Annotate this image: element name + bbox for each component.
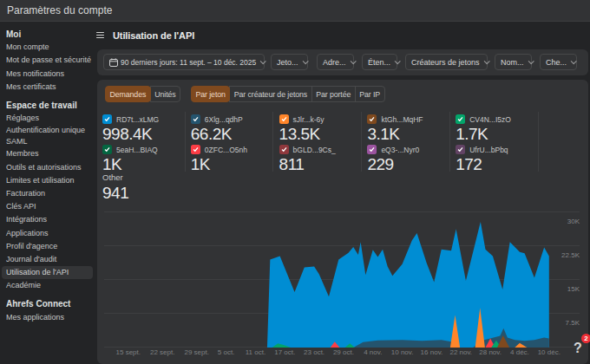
sidebar-item-facturation[interactable]: Facturation: [0, 187, 97, 200]
filter-button-che[interactable]: Che...: [540, 54, 577, 70]
svg-text:15 sept.: 15 sept.: [116, 348, 141, 356]
sidebar-header-espace-de-travail: Espace de travail: [0, 99, 97, 112]
token-checkbox[interactable]: [456, 114, 465, 124]
token-card: eQ3-...Nyr0229: [367, 142, 449, 172]
token-id: 5eaH...BIAQ: [116, 146, 158, 154]
other-card: Other 941: [102, 172, 128, 201]
sidebar-item-mon-compte[interactable]: Mon compte: [0, 41, 97, 54]
token-checkbox[interactable]: [191, 145, 200, 154]
token-value: 172: [456, 156, 538, 172]
token-value: 998.4K: [102, 126, 185, 142]
token-card-column: CV4N...I5zO1.7KUfrU...bPbq172: [456, 112, 539, 172]
token-checkbox[interactable]: [102, 145, 112, 154]
token-checkbox[interactable]: [367, 145, 377, 154]
token-card: 0ZFC...O5nh1K: [191, 142, 273, 172]
svg-text:11 oct.: 11 oct.: [246, 348, 266, 356]
token-id: 0ZFC...O5nh: [205, 146, 247, 154]
calendar-icon: [109, 58, 118, 67]
tab-par-port-e[interactable]: Par portée: [311, 86, 356, 102]
token-id: sJlr...k-6y: [293, 115, 324, 124]
chevron-down-icon: [483, 58, 489, 64]
token-checkbox[interactable]: [191, 114, 200, 124]
date-range-label: 90 derniers jours: 11 sept. – 10 déc. 20…: [121, 58, 256, 67]
token-card-column: ktGh...MqHF3.1KeQ3-...Nyr0229: [367, 112, 450, 172]
svg-text:15K: 15K: [567, 285, 580, 293]
window-title: Paramètres du compte: [7, 4, 112, 16]
group-by-tabs: Par jetonPar créateur de jetonsPar porté…: [191, 86, 385, 102]
token-value: 66.2K: [191, 126, 273, 142]
token-card: bGLD...9Cs_811: [279, 142, 362, 172]
tab-demandes[interactable]: Demandes: [105, 86, 151, 102]
svg-text:17 oct.: 17 oct.: [274, 348, 295, 356]
token-card-column: RD7t...xLMG998.4K5eaH...BIAQ1K: [102, 112, 186, 172]
check-icon: [104, 146, 110, 153]
token-cards: RD7t...xLMG998.4K5eaH...BIAQ1K6Xlg...qdh…: [102, 112, 544, 172]
filter-button-ten[interactable]: Éten...: [362, 54, 397, 70]
token-checkbox[interactable]: [367, 114, 377, 124]
filter-button-jeto[interactable]: Jeto...: [271, 54, 308, 70]
tab-par-ip[interactable]: Par IP: [355, 86, 385, 102]
sidebar-item-authentification-unique-saml[interactable]: Authentification unique SAML: [0, 125, 97, 147]
menu-icon[interactable]: [96, 32, 104, 38]
svg-text:16 nov.: 16 nov.: [421, 348, 443, 356]
token-card: ktGh...MqHF3.1K: [367, 112, 449, 142]
token-id: bGLD...9Cs_: [293, 146, 336, 154]
chevron-down-icon: [395, 58, 401, 64]
sidebar-item-mot-de-passe-et-s-curit[interactable]: Mot de passe et sécurité: [0, 54, 97, 67]
check-icon: [281, 146, 287, 153]
token-card-column: sJlr...k-6y13.5KbGLD...9Cs_811: [279, 112, 363, 172]
tab-par-jeton[interactable]: Par jeton: [191, 86, 230, 102]
check-icon: [457, 146, 463, 153]
sidebar: MoiMon compteMot de passe et sécuritéMes…: [0, 22, 97, 364]
check-icon: [193, 116, 199, 122]
filter-button-cr-ateurs-de-jetons[interactable]: Créateurs de jetons: [405, 54, 488, 70]
token-id: eQ3-...Nyr0: [381, 146, 419, 154]
svg-text:7.5K: 7.5K: [566, 319, 580, 327]
sidebar-header-moi: Moi: [0, 28, 97, 41]
sidebar-item-mes-certificats[interactable]: Mes certificats: [0, 81, 97, 94]
sidebar-item-acad-mie[interactable]: Académie: [0, 279, 97, 292]
notification-badge: 2: [581, 334, 590, 343]
sidebar-item-outils-et-autorisations[interactable]: Outils et autorisations: [0, 161, 97, 174]
token-id: RD7t...xLMG: [116, 115, 159, 124]
check-icon: [369, 116, 375, 122]
date-range-button[interactable]: 90 derniers jours: 11 sept. – 10 déc. 20…: [103, 54, 265, 70]
svg-text:10 nov.: 10 nov.: [391, 348, 414, 356]
chevron-down-icon: [571, 58, 577, 64]
token-id: ktGh...MqHF: [381, 115, 423, 124]
filter-button-nom[interactable]: Nom...: [495, 54, 532, 70]
sidebar-item-utilisation-de-l-api[interactable]: Utilisation de l'API: [2, 266, 93, 279]
sidebar-header-ahrefs-connect: Ahrefs Connect: [0, 297, 97, 310]
sidebar-item-int-grations[interactable]: Intégrations: [0, 213, 97, 226]
token-checkbox[interactable]: [456, 145, 465, 154]
svg-text:5 oct.: 5 oct.: [218, 348, 235, 356]
sidebar-item-r-glages[interactable]: Réglages: [0, 112, 97, 125]
tab-unit-s[interactable]: Unités: [150, 86, 180, 102]
check-icon: [457, 116, 463, 122]
token-card-column: 6Xlg...qdhP66.2K0ZFC...O5nh1K: [191, 112, 274, 172]
token-value: 1K: [102, 156, 185, 172]
other-label: Other: [102, 172, 128, 182]
sidebar-item-mes-notifications[interactable]: Mes notifications: [0, 68, 97, 81]
sidebar-item-cl-s-api[interactable]: Clés API: [0, 200, 97, 213]
metric-tabs: DemandesUnités: [105, 86, 180, 102]
sidebar-item-membres[interactable]: Membres: [0, 147, 97, 160]
filter-button-adre[interactable]: Adre...: [317, 54, 354, 70]
svg-text:30K: 30K: [567, 218, 580, 225]
filter-bar: 90 derniers jours: 11 sept. – 10 déc. 20…: [97, 49, 588, 75]
token-value: 13.5K: [279, 126, 362, 142]
sidebar-item-applications[interactable]: Applications: [0, 226, 97, 239]
svg-text:22 sept.: 22 sept.: [150, 348, 174, 356]
token-id: UfrU...bPbq: [469, 146, 508, 154]
tab-par-cr-ateur-de-jetons[interactable]: Par créateur de jetons: [229, 86, 311, 102]
token-checkbox[interactable]: [279, 114, 289, 124]
sidebar-item-mes-applications[interactable]: Mes applications: [0, 311, 97, 324]
sidebar-item-limites-et-utilisation[interactable]: Limites et utilisation: [0, 174, 97, 187]
token-checkbox[interactable]: [279, 145, 289, 154]
check-icon: [104, 116, 110, 122]
sidebar-item-journal-d-audit[interactable]: Journal d'audit: [0, 253, 97, 266]
token-checkbox[interactable]: [102, 114, 112, 124]
check-icon: [369, 146, 375, 153]
sidebar-item-profil-d-agence[interactable]: Profil d'agence: [0, 240, 97, 253]
token-id: CV4N...I5zO: [469, 115, 511, 124]
